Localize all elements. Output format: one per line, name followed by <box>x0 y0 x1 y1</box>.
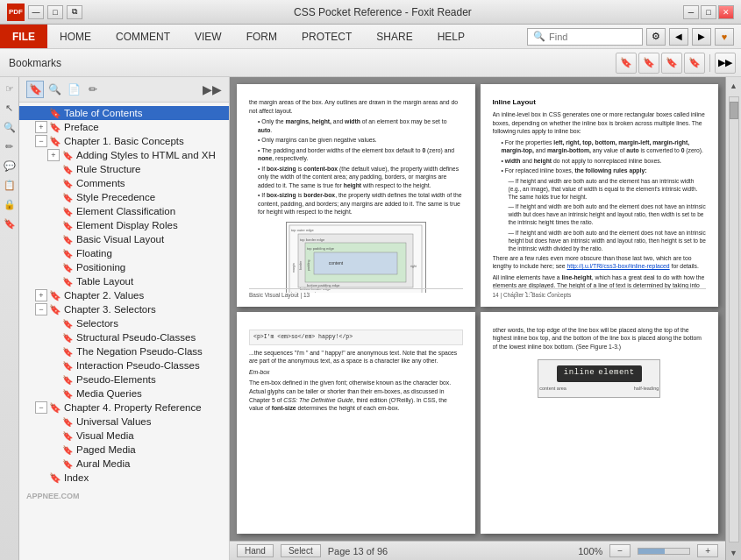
sidebar-item-preface[interactable]: 🔖 Preface <box>19 120 229 134</box>
vertical-scrollbar[interactable] <box>729 96 739 542</box>
sidebar-annot-icon[interactable]: ✏ <box>84 81 102 98</box>
sidebar-item-universal-values[interactable]: 🔖 Universal Values <box>19 415 229 429</box>
ch4-expander[interactable] <box>35 401 47 414</box>
menu-file[interactable]: FILE <box>0 25 47 48</box>
form-icon[interactable]: 📋 <box>2 177 18 193</box>
hand-tool-icon[interactable]: ☞ <box>2 81 18 96</box>
sidebar-search-icon[interactable]: 🔍 <box>46 81 63 98</box>
element-display-expander <box>47 219 60 231</box>
zoom-slider[interactable] <box>638 548 690 555</box>
sidebar-item-element-classification[interactable]: 🔖 Element Classification <box>19 204 229 218</box>
restore-btn[interactable]: ⧉ <box>67 5 82 19</box>
sidebar-item-rule-structure[interactable]: 🔖 Rule Structure <box>19 162 229 176</box>
sidebar-item-ch1[interactable]: 🔖 Chapter 1. Basic Concepts <box>19 134 229 148</box>
sidebar-item-selectors[interactable]: 🔖 Selectors <box>19 316 229 330</box>
sidebar-item-paged-media[interactable]: 🔖 Paged Media <box>19 443 229 457</box>
comment-icon[interactable]: 💬 <box>2 158 18 174</box>
prev-result-btn[interactable]: ◀ <box>669 28 688 46</box>
sidebar-item-comments[interactable]: 🔖 Comments <box>19 176 229 190</box>
sidebar-item-positioning[interactable]: 🔖 Positioning <box>19 260 229 274</box>
svg-text:content: content <box>329 260 344 266</box>
table-layout-label: Table Layout <box>76 276 133 287</box>
sidebar-item-aural-media[interactable]: 🔖 Aural Media <box>19 457 229 471</box>
adding-styles-expander[interactable] <box>47 149 60 161</box>
floating-icon: 🔖 <box>61 247 74 259</box>
index-label: Index <box>64 472 89 483</box>
ch1-expander[interactable] <box>35 135 47 147</box>
zoom-out-btn[interactable]: − <box>609 544 631 557</box>
tb-bookmark-icon1[interactable]: 🔖 <box>616 53 637 74</box>
sidebar-item-adding-styles[interactable]: 🔖 Adding Styles to HTML and XH <box>19 148 229 162</box>
sidebar-item-visual-media[interactable]: 🔖 Visual Media <box>19 429 229 443</box>
lock-icon[interactable]: 🔒 <box>2 196 18 212</box>
selectors-expander <box>47 317 60 330</box>
selectors-icon: 🔖 <box>61 317 74 330</box>
sidebar-item-ch4[interactable]: 🔖 Chapter 4. Property Reference <box>19 401 229 415</box>
box-model-svg: top outer edge top border edge top paddi… <box>288 223 424 292</box>
status-hand-btn[interactable]: Hand <box>237 544 274 557</box>
sidebar-item-element-display[interactable]: 🔖 Element Display Roles <box>19 218 229 232</box>
menu-protect[interactable]: PROTECT <box>289 25 364 48</box>
rule-structure-expander <box>47 163 60 175</box>
search-box[interactable]: 🔍 <box>527 28 643 46</box>
bookmark-btn[interactable]: ♥ <box>715 28 734 46</box>
sidebar-item-table-layout[interactable]: 🔖 Table Layout <box>19 274 229 288</box>
sidebar-item-interaction-pseudo[interactable]: 🔖 Interaction Pseudo-Classes <box>19 358 229 372</box>
annotation-icon[interactable]: ✏ <box>2 138 18 154</box>
sidebar-bookmarks-icon[interactable]: 🔖 <box>26 81 44 98</box>
tb-bookmark-icon2[interactable]: 🔖 <box>638 53 659 74</box>
maximize-btn[interactable]: □ <box>47 5 63 19</box>
scroll-up-btn[interactable]: ▲ <box>727 79 741 93</box>
menu-help[interactable]: HELP <box>425 25 477 48</box>
sidebar-item-basic-visual[interactable]: 🔖 Basic Visual Layout <box>19 232 229 246</box>
preface-expander[interactable] <box>35 121 47 133</box>
page-bottom-right: other words, the top edge of the line bo… <box>481 312 719 535</box>
status-select-btn[interactable]: Select <box>281 544 321 557</box>
sidebar-item-pseudo-elements[interactable]: 🔖 Pseudo-Elements <box>19 372 229 386</box>
ch2-expander[interactable] <box>35 289 47 301</box>
menu-form[interactable]: FORM <box>234 25 289 48</box>
sidebar-item-negation[interactable]: 🔖 The Negation Pseudo-Class <box>19 344 229 358</box>
menu-home[interactable]: HOME <box>47 25 103 48</box>
table-layout-icon: 🔖 <box>61 275 74 287</box>
scroll-down-btn[interactable]: ▼ <box>727 546 741 560</box>
select-tool-icon[interactable]: ↖ <box>2 100 18 116</box>
sidebar-item-index[interactable]: 🔖 Index <box>19 471 229 485</box>
ch2-icon: 🔖 <box>49 289 61 301</box>
menu-share[interactable]: SHARE <box>364 25 424 48</box>
right-strip: ▲ ▼ <box>725 77 741 560</box>
search-settings-btn[interactable]: ⚙ <box>646 28 666 46</box>
menu-comment[interactable]: COMMENT <box>103 25 182 48</box>
sidebar-item-ch3[interactable]: 🔖 Chapter 3. Selectors <box>19 302 229 316</box>
sidebar-item-structural-pseudo[interactable]: 🔖 Structural Pseudo-Classes <box>19 330 229 344</box>
sidebar-item-media-queries[interactable]: 🔖 Media Queries <box>19 386 229 401</box>
sidebar-item-ch2[interactable]: 🔖 Chapter 2. Values <box>19 288 229 302</box>
structural-pseudo-icon: 🔖 <box>61 331 74 344</box>
window-title: CSS Pocket Reference - Foxit Reader <box>82 6 683 18</box>
sidebar-item-toc[interactable]: 🔖 Table of Contents <box>19 106 229 120</box>
sidebar-collapse-btn[interactable]: ▶▶ <box>203 82 222 96</box>
sidebar: 🔖 🔍 📄 ✏ ▶▶ 🔖 Table of Contents 🔖 Preface <box>19 77 230 560</box>
ch1-icon: 🔖 <box>49 135 61 147</box>
next-result-btn[interactable]: ▶ <box>692 28 711 46</box>
menu-view[interactable]: VIEW <box>182 25 234 48</box>
sidebar-icons: 🔖 🔍 📄 ✏ <box>26 81 102 98</box>
tb-bookmark-icon4[interactable]: 🔖 <box>684 53 705 74</box>
zoom-in-icon[interactable]: 🔍 <box>2 119 18 135</box>
bookmark-side-icon[interactable]: 🔖 <box>2 216 18 231</box>
ch3-expander[interactable] <box>35 303 47 315</box>
inline-element-code: inline element <box>557 365 642 382</box>
minimize-btn[interactable]: — <box>28 5 44 19</box>
zoom-in-status-btn[interactable]: + <box>697 544 718 557</box>
sidebar-item-floating[interactable]: 🔖 Floating <box>19 246 229 260</box>
tb-bookmark-icon3[interactable]: 🔖 <box>661 53 682 74</box>
win-restore-btn[interactable]: □ <box>701 5 716 19</box>
win-minimize-btn[interactable]: ─ <box>683 5 699 19</box>
sidebar-pages-icon[interactable]: 📄 <box>65 81 82 98</box>
search-input[interactable] <box>549 32 637 42</box>
inline-element-labels: content area half-leading <box>538 386 660 392</box>
win-close-btn[interactable]: ✕ <box>718 5 734 19</box>
svg-text:padding: padding <box>307 260 310 272</box>
sidebar-item-style-precedence[interactable]: 🔖 Style Precedence <box>19 190 229 204</box>
sidebar-toggle-btn[interactable]: ▶▶ <box>715 53 736 74</box>
